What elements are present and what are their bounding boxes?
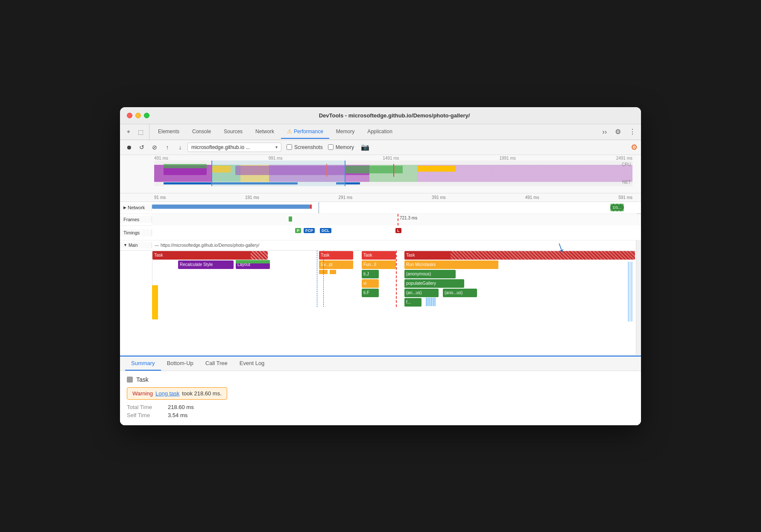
toolbar-right: ⚙ (631, 143, 638, 152)
flame-row-5: ti.F (an...us) (ano...us) (152, 288, 641, 298)
warning-message: took 218.60 ms. (182, 390, 222, 397)
flame-block-anus-2[interactable]: (ano...us) (443, 289, 477, 297)
more-options-button[interactable]: ⋮ (627, 126, 638, 137)
warning-triangle-icon: ⚠ (287, 128, 292, 134)
maximize-button[interactable] (144, 113, 149, 118)
memory-checkbox[interactable] (328, 144, 334, 150)
flame-block-f[interactable]: f... (404, 298, 421, 307)
timing-badge-dcl: DCL (320, 228, 331, 233)
red-dashed-marker (396, 251, 397, 307)
devtools-icon-group: ⌖ ⬚ (123, 124, 149, 140)
self-time-label: Self Time (127, 412, 161, 418)
memory-checkbox-group[interactable]: Memory (328, 144, 354, 150)
timing-badge-fcp: FCP (304, 228, 315, 233)
tab-summary[interactable]: Summary (125, 357, 161, 371)
flame-block-event[interactable]: Ev...pt (319, 260, 353, 269)
traffic-lights (127, 113, 149, 118)
long-task-link[interactable]: Long task (155, 390, 179, 397)
reload-record-button[interactable]: ↺ (136, 142, 147, 153)
performance-panel: 491 ms 991 ms 1491 ms 1991 ms 2491 ms (120, 155, 641, 425)
network-track-content[interactable]: DS... (152, 202, 641, 213)
upload-button[interactable]: ↑ (162, 142, 173, 153)
timeline-ruler: 91 ms 191 ms 291 ms 391 ms 491 ms 591 ms (120, 193, 641, 202)
title-bar: DevTools - microsoftedge.github.io/Demos… (120, 107, 641, 124)
frames-track-content[interactable]: 721.3 ms (152, 214, 641, 225)
screenshots-checkbox-group[interactable]: Screenshots (287, 144, 323, 150)
expand-network-icon[interactable]: ▶ (123, 205, 126, 210)
track-label-frames: Frames (120, 216, 152, 223)
clear-button[interactable]: ⊘ (149, 142, 160, 153)
close-button[interactable] (127, 113, 132, 118)
tabs-bar: ⌖ ⬚ Elements Console Sources Network ⚠ P… (120, 124, 641, 140)
flame-block-recalc[interactable]: Recalculate Style (178, 260, 234, 269)
tab-application[interactable]: Application (361, 125, 398, 139)
window-title: DevTools - microsoftedge.github.io/Demos… (155, 112, 634, 119)
camera-icon[interactable]: 📷 (361, 143, 369, 151)
devtools-window: DevTools - microsoftedge.github.io/Demos… (120, 107, 641, 425)
timeline-tracks[interactable]: ▶ Network DS... Frames (120, 202, 641, 356)
flame-block-populate[interactable]: populateGallery (404, 279, 464, 288)
flame-block-task-3[interactable]: Task (362, 251, 396, 260)
self-time-row: Self Time 3.54 ms (127, 412, 634, 418)
expand-main-icon[interactable]: ▼ (123, 243, 127, 247)
timing-badge-p: P (295, 228, 301, 233)
url-dropdown-arrow[interactable]: ▾ (275, 145, 278, 149)
main-url: — https://microsoftedge.github.io/Demos/… (152, 241, 641, 249)
flame-block-fun[interactable]: Fun...ll (362, 260, 396, 269)
tab-performance[interactable]: ⚠ Performance (281, 125, 329, 139)
tab-console[interactable]: Console (186, 125, 217, 139)
tab-sources[interactable]: Sources (218, 125, 249, 139)
warning-row: Warning Long task took 218.60 ms. (127, 387, 227, 400)
cpu-label: CPU (622, 162, 631, 167)
flame-row-1: Task Task Task Task (152, 251, 641, 260)
track-network: ▶ Network DS... (120, 202, 641, 214)
flame-block-microtasks[interactable]: Run Microtasks (404, 260, 498, 269)
more-tabs-button[interactable]: ›› (600, 126, 609, 137)
frame-red-marker (398, 214, 398, 225)
timings-track-content[interactable]: P FCP DCL L ↓ ↙ (152, 225, 641, 240)
total-time-row: Total Time 218.60 ms (127, 404, 634, 410)
blue-dashed-marker-2 (323, 251, 324, 307)
timeline-overview-canvas[interactable]: CPU NET (154, 161, 632, 186)
track-label-network: ▶ Network (120, 204, 152, 211)
device-toolbar-icon[interactable]: ⬚ (135, 127, 146, 137)
tab-network[interactable]: Network (249, 125, 280, 139)
toolbar-mid-controls: Screenshots Memory 📷 (287, 143, 369, 151)
tab-bottom-up[interactable]: Bottom-Up (161, 357, 199, 371)
timeline-selection[interactable] (211, 161, 345, 186)
flame-block-vi[interactable]: vi (362, 279, 379, 288)
flame-row-4: vi populateGallery (152, 279, 641, 288)
self-time-value: 3.54 ms (168, 412, 187, 418)
download-button[interactable]: ↓ (175, 142, 186, 153)
flame-row-3: ti.J (anonymous) (152, 269, 641, 279)
flame-block-tif[interactable]: ti.F (362, 289, 379, 297)
performance-settings-icon[interactable]: ⚙ (631, 143, 638, 152)
summary-tabs: Summary Bottom-Up Call Tree Event Log (120, 357, 641, 371)
tab-memory[interactable]: Memory (330, 125, 360, 139)
screenshots-checkbox[interactable] (287, 144, 292, 150)
inspect-element-icon[interactable]: ⌖ (123, 127, 134, 137)
green-small-1 (236, 260, 270, 263)
flame-row-2: Recalculate Style Layout Ev...pt Fun...l… (152, 260, 641, 269)
tabs-right-controls: ›› ⚙ ⋮ (600, 126, 638, 138)
flame-block-task-1[interactable]: Task (152, 251, 268, 260)
tab-event-log[interactable]: Event Log (234, 357, 271, 371)
record-button[interactable]: ⏺ (123, 142, 135, 153)
task-color-indicator (127, 377, 133, 383)
settings-icon[interactable]: ⚙ (612, 126, 624, 138)
flame-chart[interactable]: Task Task Task Task Recalculate Style La… (152, 251, 641, 307)
timeline-overview-labels: 491 ms 991 ms 1491 ms 1991 ms 2491 ms (120, 155, 641, 161)
flame-block-anon-1[interactable]: (anonymous) (404, 270, 456, 278)
tab-call-tree[interactable]: Call Tree (199, 357, 234, 371)
frame-time: 721.3 ms (400, 216, 417, 220)
flame-block-task-2[interactable]: Task (319, 251, 353, 260)
flame-block-anus-1[interactable]: (an...us) (404, 289, 439, 297)
tab-elements[interactable]: Elements (152, 125, 185, 139)
flame-row-6: f... (152, 298, 641, 307)
track-frames: Frames 721.3 ms (120, 214, 641, 226)
flame-block-tij[interactable]: ti.J (362, 270, 379, 278)
timeline-overview[interactable]: 491 ms 991 ms 1491 ms 1991 ms 2491 ms (120, 155, 641, 193)
minimize-button[interactable] (135, 113, 141, 118)
track-timings: Timings P FCP DCL L ↓ ↙ (120, 226, 641, 240)
flame-block-task-4[interactable]: Task (404, 251, 635, 260)
